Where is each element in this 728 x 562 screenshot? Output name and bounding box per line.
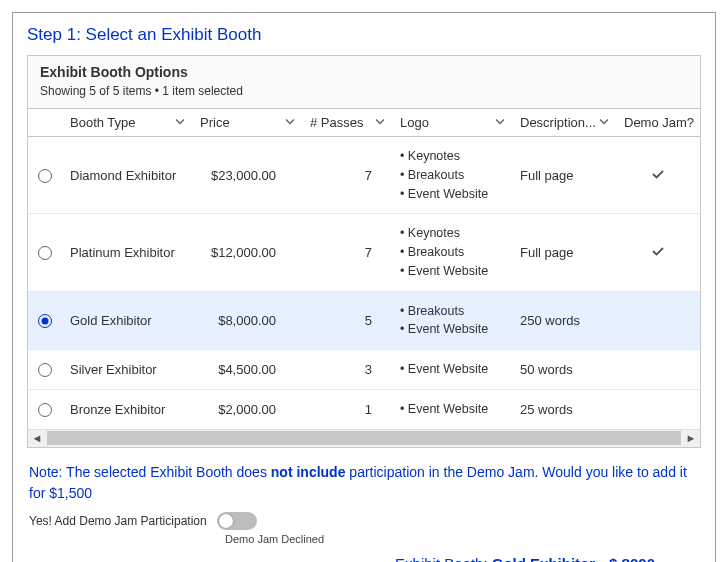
col-passes[interactable]: # Passes — [302, 109, 392, 137]
table-row[interactable]: Silver Exhibitor$4,500.003• Event Websit… — [28, 350, 700, 390]
col-select — [28, 109, 62, 137]
table-row[interactable]: Bronze Exhibitor$2,000.001• Event Websit… — [28, 389, 700, 428]
cell-logo: • Event Website — [392, 350, 512, 390]
chevron-down-icon — [174, 115, 186, 130]
table-row[interactable]: Platinum Exhibitor$12,000.007• Keynotes•… — [28, 214, 700, 291]
check-icon — [650, 170, 666, 185]
col-price[interactable]: Price — [192, 109, 302, 137]
row-radio[interactable] — [38, 169, 52, 183]
row-radio[interactable] — [38, 314, 52, 328]
cell-description: 50 words — [512, 350, 616, 390]
row-radio[interactable] — [38, 363, 52, 377]
scroll-left-icon[interactable]: ◄ — [28, 432, 46, 444]
cell-booth-type: Bronze Exhibitor — [62, 389, 192, 428]
cell-demo-jam — [616, 389, 700, 428]
cell-logo: • Keynotes• Breakouts• Event Website — [392, 214, 512, 291]
chevron-down-icon — [494, 115, 506, 130]
panel-title: Exhibit Booth Options — [40, 64, 688, 80]
cell-demo-jam — [616, 137, 700, 214]
cell-passes: 7 — [302, 214, 392, 291]
cell-description: 250 words — [512, 291, 616, 350]
cell-price: $8,000.00 — [192, 291, 302, 350]
demo-jam-note: Note: The selected Exhibit Booth does no… — [29, 462, 699, 504]
cell-logo: • Breakouts• Event Website — [392, 291, 512, 350]
cell-logo: • Event Website — [392, 389, 512, 428]
cell-price: $4,500.00 — [192, 350, 302, 390]
row-radio[interactable] — [38, 403, 52, 417]
col-logo[interactable]: Logo — [392, 109, 512, 137]
chevron-down-icon — [284, 115, 296, 130]
cell-demo-jam — [616, 350, 700, 390]
cell-passes: 1 — [302, 389, 392, 428]
table-header-row: Booth Type Price # Passes Logo — [28, 109, 700, 137]
horizontal-scrollbar[interactable]: ◄ ► — [28, 429, 700, 447]
col-demo-jam[interactable]: Demo Jam? — [616, 109, 700, 137]
table-row[interactable]: Diamond Exhibitor$23,000.007• Keynotes• … — [28, 137, 700, 214]
step-container: Step 1: Select an Exhibit Booth Exhibit … — [12, 12, 716, 562]
summary-line: Exhibit Booth: Gold Exhibitor$ 8000 — [27, 555, 655, 563]
toggle-label: Yes! Add Demo Jam Participation — [29, 514, 207, 528]
cell-description: Full page — [512, 214, 616, 291]
cell-passes: 5 — [302, 291, 392, 350]
demo-jam-toggle-row: Yes! Add Demo Jam Participation Demo Jam… — [29, 512, 699, 545]
cell-price: $2,000.00 — [192, 389, 302, 428]
panel-header: Exhibit Booth Options Showing 5 of 5 ite… — [28, 56, 700, 109]
scroll-right-icon[interactable]: ► — [682, 432, 700, 444]
cell-description: Full page — [512, 137, 616, 214]
cell-price: $12,000.00 — [192, 214, 302, 291]
chevron-down-icon — [374, 115, 386, 130]
cell-demo-jam — [616, 214, 700, 291]
col-booth-type[interactable]: Booth Type — [62, 109, 192, 137]
table-row[interactable]: Gold Exhibitor$8,000.005• Breakouts• Eve… — [28, 291, 700, 350]
cell-booth-type: Gold Exhibitor — [62, 291, 192, 350]
demo-jam-toggle[interactable] — [217, 512, 257, 530]
cell-booth-type: Platinum Exhibitor — [62, 214, 192, 291]
booth-options-panel: Exhibit Booth Options Showing 5 of 5 ite… — [27, 55, 701, 448]
cell-description: 25 words — [512, 389, 616, 428]
check-icon — [650, 247, 666, 262]
cell-booth-type: Diamond Exhibitor — [62, 137, 192, 214]
cell-booth-type: Silver Exhibitor — [62, 350, 192, 390]
booth-table: Booth Type Price # Passes Logo — [28, 109, 700, 429]
row-radio[interactable] — [38, 246, 52, 260]
cell-logo: • Keynotes• Breakouts• Event Website — [392, 137, 512, 214]
cell-passes: 7 — [302, 137, 392, 214]
chevron-down-icon — [598, 115, 610, 130]
panel-subtitle: Showing 5 of 5 items • 1 item selected — [40, 84, 688, 98]
step-title: Step 1: Select an Exhibit Booth — [27, 25, 701, 45]
cell-passes: 3 — [302, 350, 392, 390]
scroll-track[interactable] — [47, 431, 681, 445]
cell-demo-jam — [616, 291, 700, 350]
col-description[interactable]: Description... — [512, 109, 616, 137]
toggle-status: Demo Jam Declined — [225, 533, 324, 545]
cell-price: $23,000.00 — [192, 137, 302, 214]
